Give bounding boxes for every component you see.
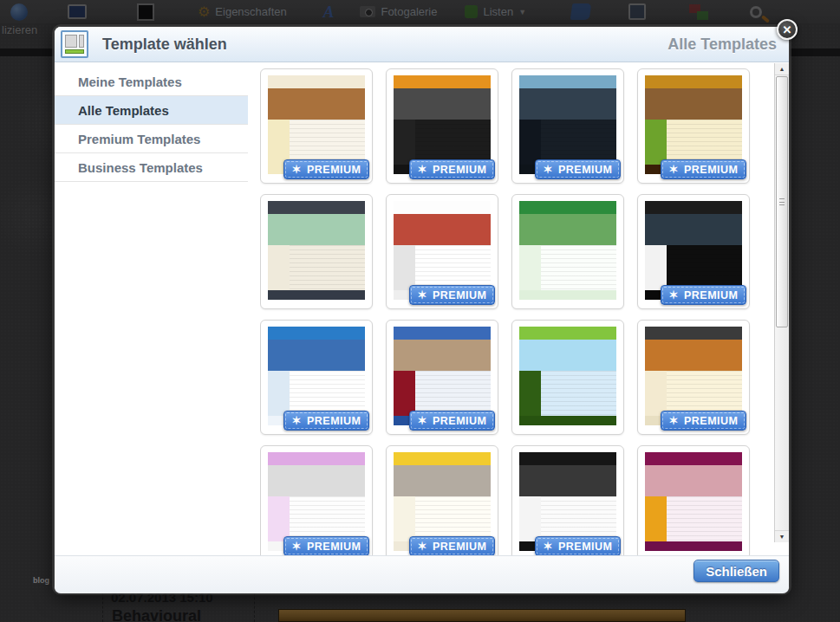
- template-grid: ✶ PREMIUM ✶ PREMIUM ✶: [260, 62, 774, 555]
- sidebar-item-alle-templates[interactable]: Alle Templates: [55, 96, 248, 125]
- sidebar-item-premium-templates[interactable]: Premium Templates: [55, 125, 248, 153]
- scroll-down-icon[interactable]: ▼: [775, 530, 789, 542]
- template-card-mint-vintage[interactable]: [260, 194, 373, 309]
- scrollbar-grip: [779, 198, 785, 205]
- premium-badge: ✶ PREMIUM: [409, 536, 495, 555]
- template-card-bedroom-beige[interactable]: ✶ PREMIUM: [260, 68, 373, 184]
- premium-badge-label: PREMIUM: [558, 164, 613, 176]
- star-icon: ✶: [418, 289, 427, 301]
- premium-badge: ✶ PREMIUM: [283, 411, 369, 431]
- template-card-black-cocktail[interactable]: ✶ PREMIUM: [637, 194, 750, 309]
- scrollbar-thumb[interactable]: [776, 76, 788, 327]
- premium-badge-label: PREMIUM: [433, 541, 487, 553]
- template-card-cartoon-travel-hills[interactable]: [511, 320, 624, 435]
- scroll-up-icon[interactable]: ▲: [775, 63, 789, 75]
- star-icon: ✶: [669, 415, 679, 426]
- sidebar-category-label: Premium Templates: [78, 132, 200, 146]
- vertical-scrollbar[interactable]: ▲ ▼: [774, 63, 789, 542]
- template-card-dark-orange-road[interactable]: ✶ PREMIUM: [386, 68, 498, 184]
- star-icon: ✶: [292, 164, 302, 175]
- sidebar-item-business-templates[interactable]: Business Templates: [55, 153, 248, 182]
- premium-badge-label: PREMIUM: [433, 415, 487, 427]
- template-card-blue-world-map[interactable]: ✶ PREMIUM: [260, 320, 373, 435]
- template-card-pink-lilac-clean[interactable]: ✶ PREMIUM: [260, 445, 373, 555]
- premium-badge: ✶ PREMIUM: [661, 411, 746, 431]
- premium-badge-label: PREMIUM: [307, 164, 361, 176]
- dialog-header: Template wählen Alle Templates: [55, 27, 789, 62]
- template-category-list: Meine Templates Alle Templates Premium T…: [55, 62, 248, 182]
- premium-badge: ✶ PREMIUM: [661, 285, 746, 305]
- close-icon[interactable]: ✕: [777, 19, 798, 40]
- premium-badge-label: PREMIUM: [684, 289, 739, 301]
- dialog-footer: Schließen: [55, 555, 789, 593]
- star-icon: ✶: [418, 164, 427, 175]
- template-chooser-dialog: ✕ Template wählen Alle Templates Meine T…: [54, 26, 790, 593]
- premium-badge: ✶ PREMIUM: [409, 285, 495, 305]
- template-grid-viewport: ✶ PREMIUM ✶ PREMIUM ✶: [260, 62, 774, 555]
- template-card-blue-business-people[interactable]: ✶ PREMIUM: [511, 68, 624, 184]
- star-icon: ✶: [669, 164, 679, 175]
- template-card-black-white-photos[interactable]: ✶ PREMIUM: [511, 445, 624, 555]
- template-card-blue-red-dogs[interactable]: ✶ PREMIUM: [386, 320, 498, 435]
- template-layout-icon: [61, 30, 88, 58]
- premium-badge: ✶ PREMIUM: [409, 159, 495, 179]
- template-card-cream-cat-yellow[interactable]: ✶ PREMIUM: [386, 445, 498, 555]
- premium-badge-label: PREMIUM: [684, 415, 739, 427]
- sidebar-category-label: Meine Templates: [78, 75, 182, 89]
- premium-badge-label: PREMIUM: [433, 289, 487, 301]
- star-icon: ✶: [669, 289, 679, 301]
- star-icon: ✶: [292, 415, 302, 426]
- template-thumbnail: [519, 327, 616, 425]
- star-icon: ✶: [544, 541, 553, 552]
- premium-badge-label: PREMIUM: [433, 164, 487, 176]
- premium-badge: ✶ PREMIUM: [283, 159, 369, 179]
- sidebar-category-label: Alle Templates: [78, 103, 169, 118]
- template-thumbnail: [645, 452, 742, 551]
- dialog-body: Meine Templates Alle Templates Premium T…: [55, 62, 789, 555]
- premium-badge: ✶ PREMIUM: [409, 411, 495, 431]
- template-thumbnail: [268, 201, 365, 300]
- sidebar-item-meine-templates[interactable]: Meine Templates: [55, 68, 248, 96]
- premium-badge: ✶ PREMIUM: [535, 159, 621, 179]
- template-card-purple-kids-travel[interactable]: [637, 445, 750, 555]
- star-icon: ✶: [418, 415, 427, 426]
- dialog-title: Template wählen: [102, 36, 227, 54]
- schliessen-button[interactable]: Schließen: [693, 560, 779, 582]
- template-card-green-nature-portrait[interactable]: [511, 194, 624, 309]
- template-card-orange-city-skyline[interactable]: ✶ PREMIUM: [637, 320, 750, 435]
- star-icon: ✶: [292, 541, 302, 552]
- star-icon: ✶: [544, 164, 553, 175]
- template-card-red-sofa-clean[interactable]: ✶ PREMIUM: [386, 194, 498, 309]
- premium-badge-label: PREMIUM: [558, 541, 613, 553]
- premium-badge-label: PREMIUM: [307, 541, 361, 553]
- current-category-label: Alle Templates: [667, 36, 777, 54]
- template-thumbnail: [519, 201, 616, 300]
- template-card-amber-food-green-nav[interactable]: ✶ PREMIUM: [637, 68, 750, 184]
- sidebar-category-label: Business Templates: [78, 160, 203, 175]
- premium-badge-label: PREMIUM: [684, 164, 739, 176]
- premium-badge: ✶ PREMIUM: [283, 536, 369, 555]
- premium-badge-label: PREMIUM: [307, 415, 361, 427]
- premium-badge: ✶ PREMIUM: [661, 159, 746, 179]
- premium-badge: ✶ PREMIUM: [535, 536, 621, 555]
- star-icon: ✶: [418, 541, 427, 552]
